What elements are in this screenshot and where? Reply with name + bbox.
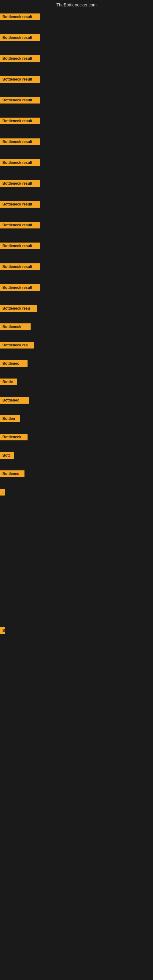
row-spacer — [0, 498, 153, 519]
bottleneck-badge[interactable]: Bottleneck — [0, 434, 27, 441]
row-spacer — [0, 577, 153, 598]
row-spacer — [0, 332, 153, 339]
bottleneck-row: Bottleneck — [0, 321, 153, 332]
row-spacer — [0, 252, 153, 261]
row-spacer — [0, 425, 153, 431]
bottleneck-row: Bottleneck result — [0, 282, 153, 293]
bottleneck-row — [0, 519, 153, 524]
bottleneck-badge[interactable]: Bottleneck result — [0, 159, 40, 166]
bottleneck-row: | — [0, 486, 153, 498]
bottleneck-badge[interactable]: | — [0, 489, 5, 495]
bottleneck-badge[interactable]: Bottleneck result — [0, 138, 40, 145]
bottleneck-badge[interactable]: Bottleneck result — [0, 55, 40, 62]
row-spacer — [0, 443, 153, 450]
bottleneck-row — [0, 737, 153, 742]
row-spacer — [0, 369, 153, 376]
bottleneck-row: Bottleneck result — [0, 32, 153, 43]
bottleneck-badge[interactable]: Bottleneck result — [0, 97, 40, 103]
bottleneck-row: Bottleneck res — [0, 339, 153, 351]
bottleneck-badge[interactable]: Bottleneck result — [0, 263, 40, 270]
bottleneck-badge[interactable]: Bottleneck result — [0, 180, 40, 187]
row-spacer — [0, 272, 153, 282]
bottleneck-badge[interactable]: Bottleneck result — [0, 13, 40, 20]
bottleneck-row: Bottleneck result — [0, 52, 153, 64]
bottleneck-row: Bottleneck result — [0, 261, 153, 272]
bottleneck-badge[interactable]: Bottlenec — [0, 360, 27, 367]
row-spacer — [0, 603, 153, 625]
bottleneck-row: Bottleneck result — [0, 178, 153, 189]
row-spacer — [0, 231, 153, 240]
row-spacer — [0, 406, 153, 413]
row-spacer — [0, 23, 153, 32]
row-spacer — [0, 689, 153, 711]
bottleneck-row — [0, 546, 153, 550]
bottleneck-row: B — [0, 625, 153, 636]
bottleneck-row: Bottleneck result — [0, 115, 153, 127]
site-header: TheBottlenecker.com — [0, 0, 153, 11]
bottleneck-badge[interactable]: Bottleneck result — [0, 118, 40, 124]
bottleneck-badge[interactable]: Bottle — [0, 379, 17, 385]
bottleneck-badge[interactable]: Bottlenec — [0, 397, 29, 404]
bottleneck-badge[interactable]: B — [0, 627, 5, 634]
bottleneck-row: Bottleneck resu — [0, 302, 153, 314]
bottleneck-badge[interactable]: Bottleneck — [0, 323, 30, 330]
bottleneck-row: Bott — [0, 450, 153, 461]
bottleneck-badge[interactable]: Bott — [0, 452, 14, 459]
row-spacer — [0, 715, 153, 737]
bottleneck-badge[interactable]: Bottleneck result — [0, 243, 40, 249]
bottleneck-row: Bottleneck result — [0, 240, 153, 252]
bottleneck-row — [0, 763, 153, 768]
row-spacer — [0, 314, 153, 321]
bottleneck-row — [0, 658, 153, 663]
row-spacer — [0, 64, 153, 73]
bottleneck-row: Bottlenec — [0, 358, 153, 369]
row-spacer — [0, 351, 153, 358]
row-spacer — [0, 43, 153, 52]
bottleneck-badge[interactable]: Bottlen — [0, 415, 20, 422]
bottleneck-row: Bottle — [0, 376, 153, 388]
row-spacer — [0, 663, 153, 684]
row-spacer — [0, 169, 153, 178]
row-spacer — [0, 148, 153, 157]
rows-container: Bottleneck resultBottleneck resultBottle… — [0, 11, 153, 789]
bottleneck-badge[interactable]: Bottlenec — [0, 470, 24, 477]
bottleneck-row: Bottleneck result — [0, 219, 153, 231]
row-spacer — [0, 388, 153, 395]
bottleneck-row: Bottlen — [0, 413, 153, 425]
bottleneck-row: Bottleneck result — [0, 157, 153, 169]
row-spacer — [0, 550, 153, 572]
bottleneck-badge[interactable]: Bottleneck result — [0, 34, 40, 41]
row-spacer — [0, 480, 153, 486]
bottleneck-row: Bottleneck — [0, 431, 153, 443]
row-spacer — [0, 768, 153, 789]
bottleneck-badge[interactable]: Bottleneck resu — [0, 305, 37, 312]
bottleneck-row — [0, 711, 153, 715]
site-title: TheBottlenecker.com — [56, 2, 97, 7]
row-spacer — [0, 210, 153, 219]
bottleneck-row: Bottleneck result — [0, 94, 153, 106]
row-spacer — [0, 524, 153, 546]
bottleneck-row: Bottleneck result — [0, 73, 153, 85]
row-spacer — [0, 636, 153, 658]
row-spacer — [0, 85, 153, 94]
bottleneck-row — [0, 598, 153, 603]
bottleneck-row: Bottleneck result — [0, 199, 153, 210]
bottleneck-row: Bottlenec — [0, 395, 153, 406]
bottleneck-row — [0, 684, 153, 689]
row-spacer — [0, 106, 153, 115]
bottleneck-badge[interactable]: Bottleneck result — [0, 201, 40, 208]
bottleneck-badge[interactable]: Bottleneck result — [0, 222, 40, 229]
bottleneck-row: Bottlenec — [0, 468, 153, 480]
bottleneck-badge[interactable]: Bottleneck result — [0, 76, 40, 83]
row-spacer — [0, 742, 153, 763]
bottleneck-row: Bottleneck result — [0, 11, 153, 23]
bottleneck-row: Bottleneck result — [0, 136, 153, 148]
row-spacer — [0, 461, 153, 468]
bottleneck-badge[interactable]: Bottleneck res — [0, 342, 33, 348]
row-spacer — [0, 127, 153, 136]
row-spacer — [0, 293, 153, 302]
bottleneck-row — [0, 572, 153, 577]
row-spacer — [0, 189, 153, 199]
bottleneck-badge[interactable]: Bottleneck result — [0, 284, 40, 291]
